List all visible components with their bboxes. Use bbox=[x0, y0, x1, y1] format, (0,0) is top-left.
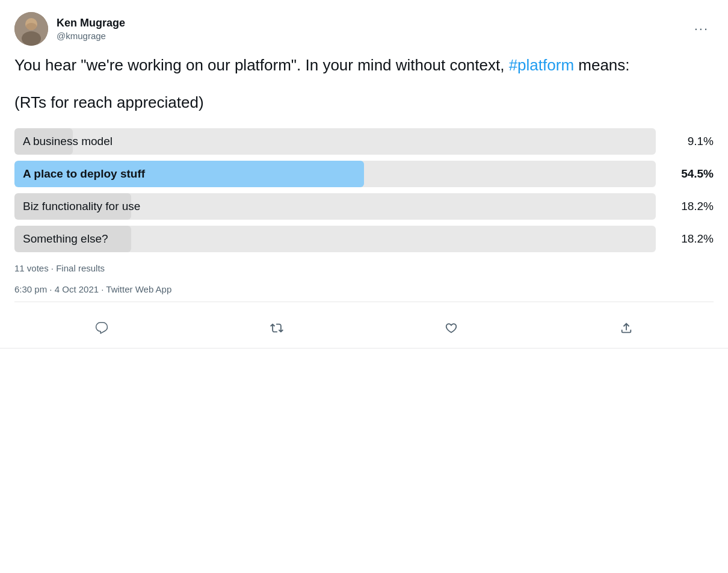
tweet-header: Ken Mugrage @kmugrage ··· bbox=[14, 12, 714, 46]
reply-icon bbox=[95, 321, 108, 335]
retweet-button[interactable] bbox=[261, 317, 293, 339]
poll-option[interactable]: Something else?18.2% bbox=[14, 226, 714, 252]
poll-bar-container: Something else? bbox=[14, 226, 656, 252]
tweet-body: You hear "we're working on our platform"… bbox=[14, 54, 714, 273]
like-button[interactable] bbox=[435, 317, 467, 339]
poll-container: A business model9.1%A place to deploy st… bbox=[14, 128, 714, 252]
poll-option-label: Something else? bbox=[14, 232, 117, 247]
poll-option-percent: 9.1% bbox=[665, 135, 714, 148]
poll-option[interactable]: A place to deploy stuff54.5% bbox=[14, 161, 714, 187]
poll-option[interactable]: A business model9.1% bbox=[14, 128, 714, 155]
tweet-actions bbox=[14, 312, 714, 348]
avatar[interactable] bbox=[14, 12, 48, 46]
more-options-button[interactable]: ··· bbox=[689, 19, 714, 39]
tweet-header-left: Ken Mugrage @kmugrage bbox=[14, 12, 125, 46]
poll-option-label: A place to deploy stuff bbox=[14, 167, 153, 182]
poll-bar-container: A place to deploy stuff bbox=[14, 161, 656, 187]
poll-footer: 11 votes · Final results bbox=[14, 263, 714, 273]
tweet-text-part1: You hear "we're working on our platform"… bbox=[14, 56, 509, 74]
username[interactable]: @kmugrage bbox=[57, 30, 125, 42]
retweet-icon bbox=[270, 321, 283, 335]
tweet-subtext: (RTs for reach appreciated) bbox=[14, 91, 714, 114]
poll-option-percent: 54.5% bbox=[665, 167, 714, 181]
poll-option-label: Biz functionality for use bbox=[14, 199, 149, 214]
display-name[interactable]: Ken Mugrage bbox=[57, 16, 125, 30]
poll-bar-container: Biz functionality for use bbox=[14, 193, 656, 220]
user-info: Ken Mugrage @kmugrage bbox=[57, 16, 125, 42]
tweet-timestamp: 6:30 pm · 4 Oct 2021 · Twitter Web App bbox=[14, 284, 714, 302]
tweet-card: Ken Mugrage @kmugrage ··· You hear "we'r… bbox=[0, 0, 728, 348]
share-button[interactable] bbox=[610, 317, 643, 339]
poll-bar-container: A business model bbox=[14, 128, 656, 155]
like-icon bbox=[445, 321, 458, 335]
reply-button[interactable] bbox=[85, 317, 118, 339]
tweet-main-text: You hear "we're working on our platform"… bbox=[14, 54, 714, 77]
poll-option-percent: 18.2% bbox=[665, 232, 714, 246]
hashtag-link[interactable]: #platform bbox=[509, 56, 574, 74]
poll-option-label: A business model bbox=[14, 134, 121, 149]
svg-point-4 bbox=[26, 23, 37, 30]
share-icon bbox=[620, 321, 633, 335]
tweet-text-part2: means: bbox=[574, 56, 630, 74]
svg-point-2 bbox=[22, 31, 41, 46]
poll-option[interactable]: Biz functionality for use18.2% bbox=[14, 193, 714, 220]
poll-option-percent: 18.2% bbox=[665, 200, 714, 213]
